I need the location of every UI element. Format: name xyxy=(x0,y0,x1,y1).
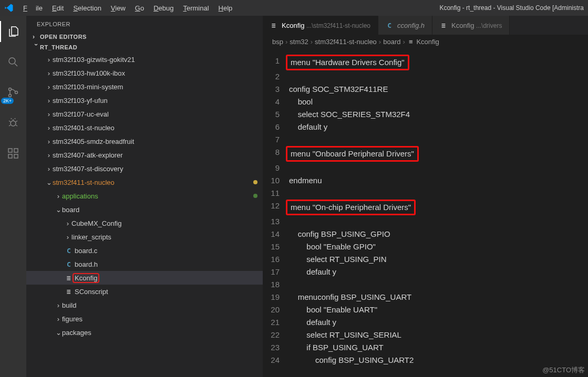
breadcrumb-item[interactable]: stm32 xyxy=(290,38,308,46)
scm-badge: 2K+ xyxy=(1,98,14,104)
code-line[interactable]: 10endmenu xyxy=(263,174,588,187)
code-line[interactable]: 14 config BSP_USING_GPIO xyxy=(263,228,588,240)
code-line[interactable]: 6 default y xyxy=(263,121,588,133)
activity-extensions[interactable] xyxy=(0,143,26,164)
tree-item[interactable]: ≡Kconfig xyxy=(26,271,263,285)
tree-item-label: stm32f405-smdz-breadfruit xyxy=(53,138,257,145)
tree-item[interactable]: ›stm32f107-uc-eval xyxy=(26,107,263,121)
menu-file[interactable]: File xyxy=(19,2,47,14)
code-line[interactable]: 24 config BSP_USING_UART2 xyxy=(263,354,588,366)
code-line[interactable]: 3config SOC_STM32F411RE xyxy=(263,83,588,96)
activity-explorer[interactable] xyxy=(0,21,26,42)
chevron-right-icon: › xyxy=(311,38,313,46)
code-line[interactable]: 13 xyxy=(263,215,588,228)
menu-debug[interactable]: Debug xyxy=(149,2,178,14)
tree-item[interactable]: ›build xyxy=(26,298,263,312)
chevron-right-icon: › xyxy=(403,38,405,46)
activity-debug[interactable] xyxy=(0,112,26,133)
tree-item[interactable]: ≡SConscript xyxy=(26,285,263,298)
line-number: 9 xyxy=(263,162,289,174)
code-line[interactable]: 18 xyxy=(263,278,588,291)
menu-go[interactable]: Go xyxy=(131,2,148,14)
tree-item[interactable]: ›stm32f405-smdz-breadfruit xyxy=(26,134,263,148)
breadcrumb-item[interactable]: ≡ Kconfig xyxy=(407,38,439,46)
menu-view[interactable]: View xyxy=(107,2,130,14)
workspace-root-label: RT_THREAD xyxy=(40,44,77,50)
file-tree[interactable]: ›stm32f103-gizwits-gokitv21›stm32f103-hw… xyxy=(26,53,263,377)
code-line[interactable]: 5 select SOC_SERIES_STM32F4 xyxy=(263,108,588,121)
tree-item[interactable]: ›stm32f103-yf-ufun xyxy=(26,93,263,107)
menu-terminal[interactable]: Terminal xyxy=(179,2,213,14)
breadcrumb-item[interactable]: board xyxy=(383,38,400,46)
twisty-icon: › xyxy=(45,138,53,145)
breadcrumb-item[interactable]: bsp xyxy=(272,38,283,46)
code-line[interactable]: 15 bool "Enable GPIO" xyxy=(263,240,588,253)
menu-edit[interactable]: Edit xyxy=(48,2,68,14)
breadcrumb-item[interactable]: stm32f411-st-nucleo xyxy=(315,38,377,46)
explorer-title: EXPLORER xyxy=(26,16,263,32)
tree-item[interactable]: ›linker_scripts xyxy=(26,230,263,244)
line-number: 22 xyxy=(263,329,289,341)
tree-item[interactable]: ›stm32f407-st-discovery xyxy=(26,162,263,175)
twisty-icon: › xyxy=(45,165,53,173)
code-line[interactable]: 22 select RT_USING_SERIAL xyxy=(263,329,588,341)
breadcrumbs[interactable]: bsp›stm32›stm32f411-st-nucleo›board›≡ Kc… xyxy=(263,35,588,48)
code-line[interactable]: 9 xyxy=(263,162,588,174)
open-editors-section[interactable]: › OPEN EDITORS xyxy=(26,32,263,42)
vscode-logo-icon xyxy=(4,3,14,13)
code-line[interactable]: 19 menuconfig BSP_USING_UART xyxy=(263,291,588,303)
tree-item-label: stm32f407-atk-explorer xyxy=(53,151,257,159)
tree-item[interactable]: ›stm32f103-hw100k-ibox xyxy=(26,66,263,80)
activity-scm[interactable]: 2K+ xyxy=(0,82,26,103)
code-line[interactable]: 7 xyxy=(263,133,588,146)
code-line[interactable]: 16 select RT_USING_PIN xyxy=(263,253,588,266)
code-line[interactable]: 8menu "Onboard Peripheral Drivers" xyxy=(263,146,588,162)
files-icon xyxy=(7,25,20,38)
line-number: 13 xyxy=(263,215,289,228)
file-icon: ≡ xyxy=(270,22,277,29)
code-line[interactable]: 17 default y xyxy=(263,266,588,278)
twisty-icon: › xyxy=(45,124,53,132)
code-line[interactable]: 12menu "On-chip Peripheral Drivers" xyxy=(263,200,588,215)
tree-item-label: stm32f103-gizwits-gokitv21 xyxy=(53,56,257,64)
tree-item[interactable]: ⌄packages xyxy=(26,326,263,339)
tree-item[interactable]: ›CubeMX_Config xyxy=(26,216,263,230)
menu-selection[interactable]: Selection xyxy=(69,2,105,14)
activity-search[interactable] xyxy=(0,51,26,72)
tree-item[interactable]: ›stm32f103-mini-system xyxy=(26,80,263,93)
tree-item-label: Kconfig xyxy=(75,274,257,282)
code-line[interactable]: 21 default y xyxy=(263,316,588,329)
code-line[interactable]: 4 bool xyxy=(263,96,588,108)
code-line[interactable]: 2 xyxy=(263,70,588,83)
line-number: 2 xyxy=(263,70,289,83)
tree-item-label: stm32f103-yf-ufun xyxy=(53,97,257,104)
code-editor[interactable]: 1menu "Hardware Drivers Config"23config … xyxy=(263,48,588,377)
tree-item[interactable]: ›applications xyxy=(26,189,263,203)
line-number: 21 xyxy=(263,316,289,329)
tree-item[interactable]: ›stm32f407-atk-explorer xyxy=(26,148,263,162)
menu-help[interactable]: Help xyxy=(214,2,237,14)
editor-tab[interactable]: Ccconfig.h xyxy=(378,16,432,35)
line-number: 15 xyxy=(263,240,289,253)
tree-item[interactable]: ⌄board xyxy=(26,203,263,216)
code-line[interactable]: 11 xyxy=(263,187,588,200)
tree-item[interactable]: ›stm32f103-gizwits-gokitv21 xyxy=(26,53,263,66)
code-line[interactable]: 20 bool "Enable UART" xyxy=(263,303,588,316)
code-text: config BSP_USING_GPIO xyxy=(289,228,390,240)
tree-item-label: linker_scripts xyxy=(71,233,257,241)
tree-item[interactable]: ›stm32f401-st-nucleo xyxy=(26,121,263,134)
tree-item[interactable]: Cboard.c xyxy=(26,244,263,257)
code-line[interactable]: 1menu "Hardware Drivers Config" xyxy=(263,55,588,70)
editor-area: ≡Kconfig ...\stm32f411-st-nucleoCcconfig… xyxy=(263,16,588,377)
workspace-section[interactable]: › RT_THREAD xyxy=(26,42,263,53)
svg-rect-7 xyxy=(14,154,18,158)
tree-item[interactable]: Cboard.h xyxy=(26,257,263,271)
code-text: endmenu xyxy=(289,174,322,187)
tree-item[interactable]: ⌄stm32f411-st-nucleo xyxy=(26,175,263,189)
editor-tab[interactable]: ≡Kconfig ...\drivers xyxy=(432,16,510,35)
code-line[interactable]: 23 if BSP_USING_UART xyxy=(263,341,588,354)
editor-tab[interactable]: ≡Kconfig ...\stm32f411-st-nucleo xyxy=(263,16,378,35)
tree-item[interactable]: ›figures xyxy=(26,312,263,326)
twisty-icon: ⌄ xyxy=(45,179,53,186)
tree-item-label: figures xyxy=(62,315,257,323)
